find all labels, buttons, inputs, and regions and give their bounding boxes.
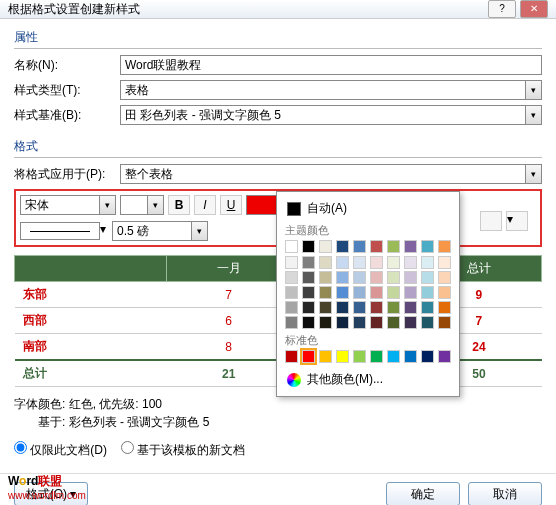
color-swatch[interactable]: [353, 286, 366, 299]
chevron-down-icon[interactable]: ▾: [525, 165, 541, 183]
chevron-down-icon[interactable]: ▾: [525, 81, 541, 99]
color-swatch[interactable]: [438, 301, 451, 314]
color-swatch[interactable]: [302, 316, 315, 329]
color-swatch[interactable]: [421, 286, 434, 299]
chevron-down-icon[interactable]: ▾: [100, 222, 106, 240]
color-swatch[interactable]: [370, 301, 383, 314]
color-swatch[interactable]: [302, 286, 315, 299]
color-swatch[interactable]: [387, 271, 400, 284]
color-swatch[interactable]: [319, 350, 332, 363]
color-swatch[interactable]: [387, 286, 400, 299]
color-swatch[interactable]: [404, 271, 417, 284]
color-swatch[interactable]: [336, 350, 349, 363]
color-swatch[interactable]: [438, 286, 451, 299]
type-select[interactable]: ▾: [120, 80, 542, 100]
color-swatch[interactable]: [438, 350, 451, 363]
color-swatch[interactable]: [370, 286, 383, 299]
line-style-select[interactable]: ▾: [20, 222, 106, 240]
apply-select[interactable]: ▾: [120, 164, 542, 184]
size-select[interactable]: ▾: [120, 195, 164, 215]
more-colors-item[interactable]: 其他颜色(M)...: [285, 369, 451, 390]
color-swatch[interactable]: [302, 256, 315, 269]
color-swatch[interactable]: [302, 350, 315, 363]
format-legend: 格式: [14, 136, 542, 158]
name-input[interactable]: [120, 55, 542, 75]
help-button[interactable]: ?: [488, 0, 516, 18]
color-swatch[interactable]: [387, 256, 400, 269]
color-swatch[interactable]: [285, 240, 298, 253]
color-swatch[interactable]: [438, 316, 451, 329]
color-swatch[interactable]: [438, 256, 451, 269]
italic-button[interactable]: I: [194, 195, 216, 215]
color-swatch[interactable]: [336, 256, 349, 269]
color-swatch[interactable]: [285, 301, 298, 314]
chevron-down-icon[interactable]: ▾: [99, 196, 115, 214]
color-swatch[interactable]: [319, 301, 332, 314]
color-swatch[interactable]: [438, 271, 451, 284]
color-swatch[interactable]: [285, 256, 298, 269]
color-swatch[interactable]: [285, 316, 298, 329]
cancel-button[interactable]: 取消: [468, 482, 542, 505]
color-swatch[interactable]: [404, 286, 417, 299]
color-swatch[interactable]: [336, 286, 349, 299]
color-swatch[interactable]: [285, 350, 298, 363]
color-swatch[interactable]: [319, 240, 332, 253]
titlebar[interactable]: 根据格式设置创建新样式 ? ✕: [0, 0, 556, 19]
color-swatch[interactable]: [319, 271, 332, 284]
color-swatch[interactable]: [353, 240, 366, 253]
bold-button[interactable]: B: [168, 195, 190, 215]
color-swatch[interactable]: [421, 256, 434, 269]
color-swatch[interactable]: [370, 256, 383, 269]
shading-button[interactable]: ▾: [506, 211, 528, 231]
color-swatch[interactable]: [404, 256, 417, 269]
underline-button[interactable]: U: [220, 195, 242, 215]
color-swatch[interactable]: [353, 316, 366, 329]
color-swatch[interactable]: [336, 316, 349, 329]
color-swatch[interactable]: [421, 240, 434, 253]
color-swatch[interactable]: [370, 271, 383, 284]
color-swatch[interactable]: [421, 316, 434, 329]
color-swatch[interactable]: [353, 301, 366, 314]
color-swatch[interactable]: [404, 350, 417, 363]
color-swatch[interactable]: [404, 316, 417, 329]
close-button[interactable]: ✕: [520, 0, 548, 18]
color-swatch[interactable]: [319, 316, 332, 329]
template-radio[interactable]: 基于该模板的新文档: [121, 441, 245, 459]
color-swatch[interactable]: [370, 350, 383, 363]
color-swatch[interactable]: [421, 301, 434, 314]
color-swatch[interactable]: [353, 256, 366, 269]
color-swatch[interactable]: [353, 350, 366, 363]
ok-button[interactable]: 确定: [386, 482, 460, 505]
color-swatch[interactable]: [319, 286, 332, 299]
border-button[interactable]: [480, 211, 502, 231]
font-select[interactable]: ▾: [20, 195, 116, 215]
auto-color-item[interactable]: 自动(A): [285, 198, 451, 219]
color-swatch[interactable]: [336, 240, 349, 253]
chevron-down-icon[interactable]: ▾: [525, 106, 541, 124]
color-swatch[interactable]: [353, 271, 366, 284]
color-swatch[interactable]: [302, 271, 315, 284]
color-swatch[interactable]: [387, 316, 400, 329]
color-swatch[interactable]: [285, 271, 298, 284]
line-weight-select[interactable]: ▾: [112, 221, 208, 241]
color-swatch[interactable]: [370, 316, 383, 329]
color-swatch[interactable]: [285, 286, 298, 299]
color-swatch[interactable]: [336, 301, 349, 314]
color-swatch[interactable]: [438, 240, 451, 253]
base-select[interactable]: ▾: [120, 105, 542, 125]
color-swatch[interactable]: [404, 240, 417, 253]
color-swatch[interactable]: [319, 256, 332, 269]
chevron-down-icon[interactable]: ▾: [147, 196, 163, 214]
color-swatch[interactable]: [404, 301, 417, 314]
color-swatch[interactable]: [421, 350, 434, 363]
color-swatch[interactable]: [370, 240, 383, 253]
color-swatch[interactable]: [387, 240, 400, 253]
color-swatch[interactable]: [336, 271, 349, 284]
color-swatch[interactable]: [302, 301, 315, 314]
color-swatch[interactable]: [421, 271, 434, 284]
color-swatch[interactable]: [302, 240, 315, 253]
color-swatch[interactable]: [387, 301, 400, 314]
doc-only-radio[interactable]: 仅限此文档(D): [14, 441, 107, 459]
chevron-down-icon[interactable]: ▾: [191, 222, 207, 240]
color-swatch[interactable]: [387, 350, 400, 363]
